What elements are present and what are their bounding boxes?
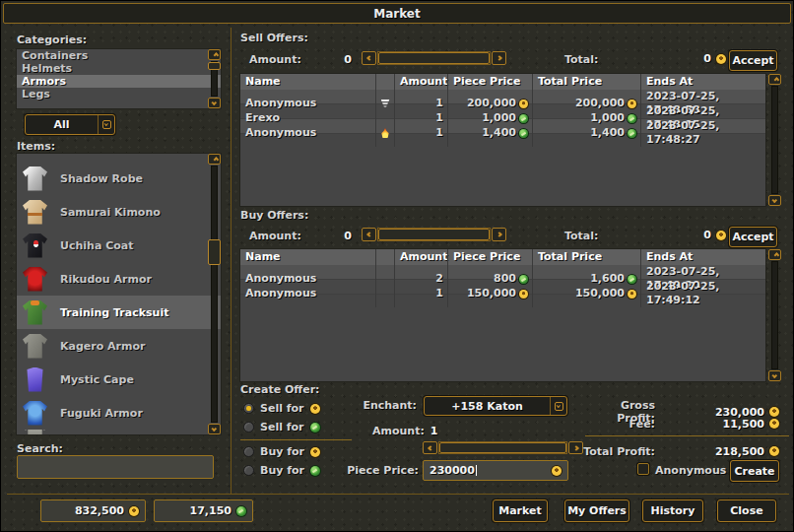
item-row[interactable]: Uchiha Coat	[17, 229, 221, 262]
sell-offers-title: Sell Offers:	[240, 32, 308, 44]
buy-offer-row[interactable]: Anonymous 2 800 1,600 2023-07-25, 17:49:…	[240, 265, 765, 280]
radio-button[interactable]	[243, 403, 254, 414]
coin-icon	[519, 114, 528, 123]
item-row[interactable]: Mystic Cape	[17, 363, 221, 396]
gold-balance-value: 832,500	[75, 504, 124, 517]
buy-total-value: 0	[703, 229, 711, 241]
sell-amount-slider[interactable]	[362, 51, 506, 65]
sell-accept-button[interactable]: Accept	[729, 50, 777, 71]
sell-offer-row[interactable]: Anonymous 1 200,000 200,000 2023-07-25, …	[240, 90, 765, 104]
radio-button[interactable]	[243, 465, 254, 476]
sell-table-scrollbar[interactable]	[768, 74, 781, 206]
item-row[interactable]: Rikudou Armor	[17, 262, 221, 296]
sell-amount-label: Amount:	[249, 53, 301, 66]
category-row[interactable]: Legs	[17, 88, 221, 100]
market-button[interactable]: Market	[493, 499, 548, 522]
item-row[interactable]: Samurai Kimono	[17, 195, 221, 229]
slider-track[interactable]	[377, 51, 491, 65]
slider-right-icon[interactable]	[492, 228, 506, 241]
table-header: Name Amount Piece Price Total Price Ends…	[240, 74, 765, 90]
slider-track[interactable]	[438, 441, 567, 454]
offer-type-option[interactable]: Buy for	[243, 444, 320, 459]
table-header: Name Amount Piece Price Total Price Ends…	[240, 249, 765, 265]
item-row-partial[interactable]	[17, 430, 221, 434]
slider-left-icon[interactable]	[423, 441, 437, 454]
flame-icon	[381, 128, 389, 138]
scroll-down-icon[interactable]	[768, 370, 781, 381]
scroll-up-icon[interactable]	[208, 49, 221, 60]
categories-scrollbar[interactable]	[208, 49, 221, 108]
col-name: Name	[240, 74, 375, 90]
gold-balance: 832,500	[40, 499, 146, 522]
col-ends-at: Ends At	[640, 74, 765, 90]
item-row[interactable]: Fuguki Armor	[17, 396, 221, 430]
item-row-partial[interactable]	[17, 154, 221, 162]
scrollbar-handle[interactable]	[208, 62, 221, 70]
scroll-down-icon[interactable]	[208, 424, 221, 434]
enchant-value: +158 Katon	[425, 400, 550, 413]
coin-icon	[628, 100, 636, 108]
my-offers-button[interactable]: My Offers	[564, 499, 629, 522]
item-label: Training Tracksuit	[60, 306, 168, 319]
history-button[interactable]: History	[642, 499, 703, 522]
slider-handle[interactable]	[378, 52, 490, 64]
item-icon	[22, 333, 48, 360]
item-row[interactable]: Kagero Armor	[17, 329, 221, 363]
total-profit-row: Total Profit: 218,500	[588, 444, 783, 458]
create-amount-slider[interactable]	[423, 441, 583, 454]
slider-left-icon[interactable]	[362, 51, 376, 65]
category-row[interactable]: Helmets	[17, 62, 221, 75]
offer-type-option[interactable]: Sell for	[243, 401, 320, 416]
fee-label: Fee:	[588, 418, 655, 431]
piece-price-input[interactable]: 230000	[423, 460, 568, 481]
scroll-down-icon[interactable]	[768, 195, 781, 206]
sell-amount-value: 0	[326, 53, 352, 66]
close-button[interactable]: Close	[717, 499, 776, 522]
col-piece-price: Piece Price	[447, 249, 532, 265]
scroll-up-icon[interactable]	[768, 74, 781, 85]
scroll-up-icon[interactable]	[768, 249, 781, 260]
items-scrollbar[interactable]	[208, 154, 221, 434]
category-row-partial[interactable]	[17, 100, 221, 108]
slider-handle[interactable]	[439, 442, 566, 453]
radio-button[interactable]	[243, 446, 254, 457]
buy-accept-button[interactable]: Accept	[729, 227, 777, 247]
item-row[interactable]: Shadow Robe	[17, 162, 221, 195]
search-input[interactable]	[17, 455, 214, 479]
title-bar[interactable]: Market	[3, 3, 791, 24]
anonymous-checkbox[interactable]	[637, 463, 649, 475]
buy-total-label: Total:	[564, 230, 598, 242]
scrollbar-handle[interactable]	[208, 239, 221, 265]
offer-summary: Gross Profit: 230,000 Fee: 11,500	[588, 399, 783, 431]
category-row[interactable]: Armors	[17, 75, 221, 88]
col-ends-at: Ends At	[640, 249, 765, 265]
offer-type-option[interactable]: Buy for	[243, 463, 320, 478]
slider-handle[interactable]	[378, 229, 490, 240]
enchant-dropdown[interactable]: +158 Katon	[424, 396, 567, 416]
buy-amount-slider[interactable]	[362, 228, 506, 241]
gold-coin-icon	[769, 419, 779, 429]
create-button[interactable]: Create	[730, 460, 779, 482]
category-row[interactable]: Containers	[17, 49, 221, 62]
coin-icon	[519, 290, 528, 299]
slider-right-icon[interactable]	[492, 51, 506, 65]
coin-icon	[519, 100, 528, 108]
market-window: Market Categories: Containers Helmets Ar…	[0, 0, 794, 532]
item-label: Rikudou Armor	[60, 273, 152, 286]
slider-left-icon[interactable]	[362, 228, 376, 241]
gold-coin-icon	[310, 447, 320, 457]
create-amount-value: 1	[430, 425, 438, 437]
item-row[interactable]: Training Tracksuit	[17, 296, 221, 329]
slider-track[interactable]	[377, 228, 491, 241]
buy-table-scrollbar[interactable]	[768, 249, 781, 381]
buy-offers-table: Name Amount Piece Price Total Price Ends…	[240, 249, 765, 381]
radio-button[interactable]	[243, 422, 254, 432]
buy-amount-label: Amount:	[249, 230, 301, 242]
scroll-down-icon[interactable]	[208, 98, 221, 108]
sell-total-wrap: 0	[677, 52, 726, 65]
scroll-up-icon[interactable]	[208, 154, 221, 165]
offer-type-option[interactable]: Sell for	[243, 420, 320, 434]
coin-icon	[519, 129, 528, 138]
item-label: Uchiha Coat	[60, 239, 133, 252]
category-filter-dropdown[interactable]: All	[25, 114, 115, 135]
